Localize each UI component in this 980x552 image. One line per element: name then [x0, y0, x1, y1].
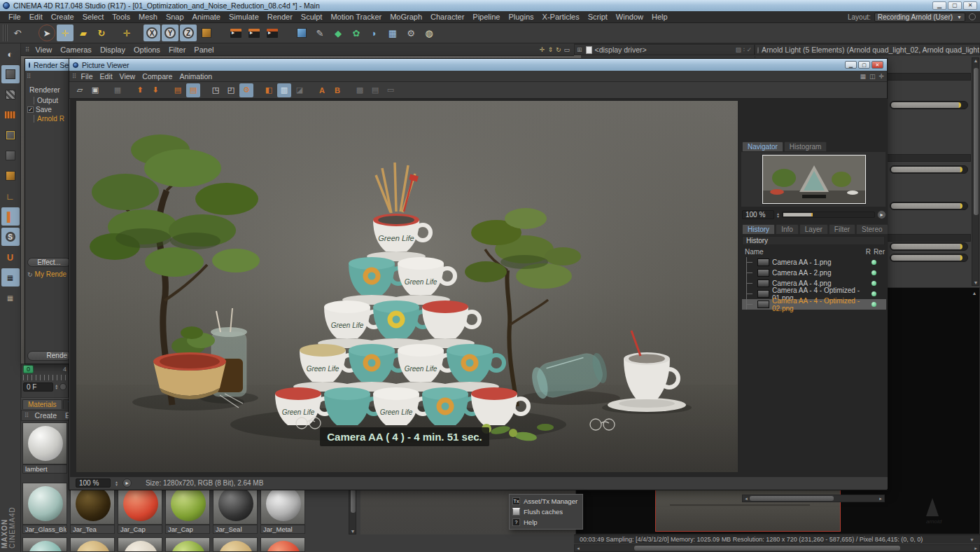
swap-ab-icon[interactable]: ▩ — [353, 83, 367, 97]
attribute-slider[interactable] — [890, 242, 968, 251]
menu-tools[interactable]: Tools — [108, 13, 134, 21]
spline-pen-icon[interactable]: ✎ — [312, 25, 328, 41]
menu-select[interactable]: Select — [78, 13, 108, 21]
polygons-mode-icon[interactable] — [1, 167, 20, 185]
set-a-icon[interactable]: A — [315, 83, 329, 97]
ab-horizontal-icon[interactable]: ▥ — [277, 83, 291, 97]
menu-window[interactable]: Window — [612, 13, 648, 21]
grid-snap-icon[interactable]: ▦ — [1, 268, 20, 287]
pv-sidebar-scrollbar[interactable]: ◂ ▸ — [742, 495, 885, 502]
save-checkbox[interactable]: ✓ — [27, 106, 34, 113]
menu-help[interactable]: Help — [648, 13, 672, 21]
close-button[interactable]: ✕ — [963, 1, 977, 10]
materials-scrollbar[interactable]: ▼ — [349, 483, 356, 534]
materials-menu-create[interactable]: Create — [31, 411, 61, 420]
viewport-menu-panel[interactable]: Panel — [190, 46, 217, 54]
menu-xparticles[interactable]: X-Particles — [538, 13, 584, 21]
toggle-view-icon[interactable]: ▭ — [564, 46, 570, 53]
edges-mode-icon[interactable] — [1, 146, 20, 165]
tab-filter[interactable]: Filter — [829, 224, 855, 234]
timeline-ruler[interactable] — [23, 375, 66, 380]
tab-materials[interactable]: Materials — [22, 399, 62, 409]
menu-mograph[interactable]: MoGraph — [386, 13, 426, 21]
pv-menu-view[interactable]: View — [116, 72, 139, 81]
ab-vertical-icon[interactable]: ◧ — [262, 83, 276, 97]
picture-viewer-titlebar[interactable]: Picture Viewer ▁ ▢ ✕ — [69, 59, 887, 71]
material-thumbnail[interactable] — [118, 537, 162, 552]
navigator-zoom-slider[interactable] — [782, 212, 875, 218]
coordinate-system-icon[interactable] — [198, 25, 215, 41]
z-axis-lock-icon[interactable]: Z — [180, 25, 197, 41]
pv-zoom-field[interactable]: 100 % — [76, 478, 111, 488]
tab-history[interactable]: History — [742, 224, 775, 234]
bottom-scrollbar[interactable]: ◂ ▸ — [574, 544, 980, 552]
render-image[interactable]: Green Life Green Life Green Life — [76, 101, 738, 472]
object-axis-icon[interactable]: ∟ — [1, 187, 20, 205]
render-settings-titlebar[interactable]: Render Sett — [25, 59, 73, 71]
menu-create[interactable]: Create — [47, 13, 78, 21]
pv-close-button[interactable]: ✕ — [872, 61, 883, 69]
generator-icon[interactable]: ◆ — [330, 25, 346, 41]
history-row[interactable]: Camera AA - 1.png — [742, 257, 886, 268]
fullframe-icon[interactable]: ▦ — [111, 83, 125, 97]
window-titlebar[interactable]: CINEMA 4D R17.048 Studio (R17) - [01_Opt… — [0, 0, 980, 11]
rs-grip-icon[interactable]: ⠿ — [27, 73, 71, 80]
ratio-icon[interactable]: ▭ — [384, 83, 398, 97]
status-expand-icon[interactable]: ▼ — [969, 537, 974, 542]
attribute-slider[interactable] — [890, 202, 968, 210]
pv-panel-layout-icon[interactable]: ✛ — [878, 73, 884, 80]
viewport-menu-view[interactable]: View — [32, 46, 56, 54]
compare-add-icon[interactable]: ⬆ — [133, 83, 147, 97]
render-settings-icon[interactable] — [264, 25, 281, 41]
pan-view-icon[interactable]: ✛ — [540, 46, 545, 53]
compare-remove-icon[interactable]: ⬇ — [148, 83, 162, 97]
rotate-view-icon[interactable]: ↻ — [556, 46, 561, 53]
material-thumbnail[interactable] — [22, 537, 67, 552]
effect-button[interactable]: Effect... — [27, 258, 71, 267]
history-row[interactable]: Camera AA - 2.png — [742, 268, 886, 278]
snap-settings-icon[interactable]: S — [1, 228, 20, 246]
environment-icon[interactable]: ◗ — [366, 25, 383, 41]
bend-grid-icon[interactable]: ▦ — [384, 25, 401, 41]
menu-simulate[interactable]: Simulate — [225, 13, 263, 21]
pv-minimize-button[interactable]: ▁ — [845, 61, 857, 69]
viewport-menu-filter[interactable]: Filter — [165, 46, 189, 54]
attribute-slider[interactable] — [890, 101, 968, 109]
menu-character[interactable]: Character — [426, 13, 468, 21]
render-window-scroll-up-icon[interactable]: ▲ — [971, 291, 978, 296]
material-thumbnail[interactable]: lambert — [22, 422, 67, 474]
tab-navigator[interactable]: Navigator — [742, 142, 783, 151]
move-tool-icon[interactable]: ✛ — [57, 25, 74, 41]
menu-script[interactable]: Script — [584, 13, 612, 21]
history-col-r[interactable]: R — [866, 248, 871, 256]
menu-file[interactable]: File — [4, 13, 25, 21]
frame-spinner[interactable]: ▲▼ — [55, 384, 58, 389]
y-axis-lock-icon[interactable]: Y — [162, 25, 178, 41]
timeline-playhead[interactable]: 0 — [23, 365, 34, 373]
set-b-icon[interactable]: B — [330, 83, 344, 97]
navigator-zoom-field[interactable]: 100 % — [742, 210, 774, 219]
rs-tree-arnold[interactable]: Arnold R — [34, 115, 71, 123]
menu-motion-tracker[interactable]: Motion Tracker — [326, 13, 386, 21]
material-thumbnail[interactable] — [260, 537, 305, 552]
pv-menu-compare[interactable]: Compare — [139, 72, 176, 81]
menu-snap[interactable]: Snap — [162, 13, 188, 21]
camera-globe-icon[interactable]: ◐ — [1, 45, 20, 63]
viewport-menu-display[interactable]: Display — [97, 46, 129, 54]
live-selection-icon[interactable]: ➤ — [38, 25, 55, 41]
pv-menu-edit[interactable]: Edit — [97, 72, 116, 81]
render-view-icon[interactable] — [227, 25, 244, 41]
scale-tool-icon[interactable]: ▰ — [75, 25, 92, 41]
magnet-icon[interactable]: U — [1, 248, 20, 266]
layout-dropdown[interactable]: Recording Arnold (User)▼ — [874, 13, 965, 22]
rs-tree-save[interactable]: Save — [36, 106, 52, 113]
display-driver-item[interactable]: <display driver> — [595, 46, 647, 54]
film-icon[interactable]: ▤ — [368, 83, 382, 97]
tab-info[interactable]: Info — [776, 224, 799, 234]
points-mode-icon[interactable] — [1, 126, 20, 144]
attribute-slider[interactable] — [890, 165, 968, 174]
ab-blend-icon[interactable]: ◪ — [293, 83, 307, 97]
menu-animate[interactable]: Animate — [188, 13, 225, 21]
materials-grip-icon[interactable]: ⠿ — [24, 412, 30, 419]
tab-histogram[interactable]: Histogram — [784, 142, 827, 151]
